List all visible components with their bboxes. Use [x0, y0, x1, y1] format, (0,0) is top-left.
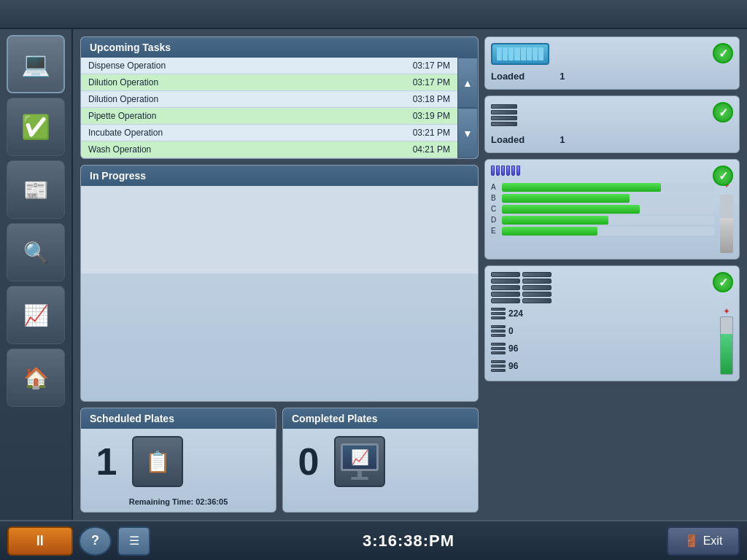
upcoming-tasks-panel: Upcoming Tasks Dispense Operation 03:17 …: [80, 36, 479, 159]
bar-row-b: [502, 194, 714, 203]
device4-count-3: 96: [508, 343, 518, 354]
rack-row: [491, 104, 517, 109]
scheduled-plates-content: 1 📋: [81, 429, 276, 494]
device4-icon-group: [491, 272, 551, 303]
bar-row-c: [502, 205, 714, 214]
device4-sub-item-2: 0: [491, 324, 523, 338]
device2-count: 1: [560, 134, 565, 145]
device1-status: Loaded 1: [491, 69, 733, 83]
sidebar-item-search[interactable]: 🔍: [7, 223, 65, 281]
bar-fill: [502, 205, 640, 214]
completed-icon-box[interactable]: 📈: [334, 436, 385, 487]
rack-row: [491, 122, 517, 126]
rack-row: [491, 308, 506, 311]
task-name: Incubate Operation: [88, 128, 163, 138]
clock-display: 3:16:38:PM: [363, 532, 454, 551]
bar-fill: [502, 194, 629, 203]
bar-label-b: B: [491, 194, 496, 203]
monitor-screen: 📈: [341, 443, 379, 471]
tasks-scroll: ▲ ▼: [457, 58, 478, 158]
sidebar-item-home[interactable]: 🏠: [7, 349, 65, 407]
content-area: Upcoming Tasks Dispense Operation 03:17 …: [73, 29, 747, 520]
monitor-icon: 📈: [339, 443, 380, 480]
right-panel: ✓: [484, 36, 740, 513]
device4-sub-item-3: 96: [491, 341, 523, 356]
sidebar-item-monitor[interactable]: 💻: [7, 35, 65, 93]
rack-row: [491, 351, 506, 354]
left-panel: Upcoming Tasks Dispense Operation 03:17 …: [80, 36, 479, 513]
device4-sub-item-1: 224: [491, 306, 523, 321]
task-time: 03:17 PM: [413, 61, 450, 71]
task-time: 03:18 PM: [413, 94, 450, 104]
sidebar-item-reports[interactable]: 📰: [7, 160, 65, 219]
device4-vertical-fill: [721, 334, 732, 374]
rack-row: [491, 279, 520, 284]
exit-button[interactable]: 🚪 Exit: [667, 526, 740, 556]
task-time: 03:21 PM: [413, 128, 450, 138]
rack-row: [491, 272, 520, 277]
in-progress-header: In Progress: [81, 166, 478, 186]
device4-count-2: 0: [508, 326, 514, 336]
tip: [496, 166, 500, 176]
bar-row-a: [502, 183, 714, 192]
completed-plates-header: Completed Plates: [283, 408, 478, 429]
completed-plates-panel: Completed Plates 0 📈: [282, 408, 479, 513]
bar-label-a: A: [491, 183, 496, 192]
device4-header: [491, 272, 733, 303]
device1-count: 1: [560, 71, 565, 82]
tips-icon: [491, 166, 520, 176]
device4-needle-area: ✦: [720, 306, 733, 375]
rack-row: [491, 298, 520, 303]
list-button[interactable]: ☰: [117, 526, 150, 556]
task-row: Dispense Operation 03:17 PM: [81, 58, 457, 74]
rack-row: [491, 285, 520, 290]
scheduled-icon-box[interactable]: 📋: [132, 436, 183, 487]
top-bar: [0, 0, 747, 29]
task-name: Wash Operation: [88, 144, 151, 155]
tip: [491, 166, 495, 176]
bar-label-c: C: [491, 205, 496, 214]
device3-bars-container: A B C D E ✦: [491, 180, 733, 253]
bars-area: [502, 183, 714, 236]
bar-fill: [502, 183, 661, 192]
help-icon: ?: [91, 533, 99, 548]
device4-count-4: 96: [508, 361, 518, 371]
sub-rack-icon-3: [491, 341, 506, 356]
tip: [511, 166, 515, 176]
task-name: Dispense Operation: [88, 61, 166, 71]
sidebar-item-tasks[interactable]: ✅: [7, 98, 65, 156]
device3-check-icon: ✓: [713, 166, 733, 186]
sub-rack-icon-2: [491, 324, 506, 338]
bar-row-e: [502, 227, 714, 236]
scroll-down-button[interactable]: ▼: [457, 108, 478, 158]
rack-row: [491, 316, 506, 319]
rack-row: [491, 343, 506, 346]
task-row: Wash Operation 04:21 PM: [81, 141, 457, 158]
device4-content: 224 0: [491, 306, 733, 375]
task-time: 03:19 PM: [413, 111, 450, 121]
help-button[interactable]: ?: [79, 526, 112, 556]
sub-rack-icon: [491, 306, 506, 321]
sub-rack-icon-4: [491, 359, 506, 373]
task-name: Dilution Operation: [88, 77, 158, 88]
monitor-base: [351, 477, 368, 480]
completed-plates-content: 0 📈: [283, 429, 478, 494]
scroll-up-button[interactable]: ▲: [457, 58, 478, 108]
bottom-bar: ⏸ ? ☰ 3:16:38:PM 🚪 Exit: [0, 520, 747, 560]
tip: [506, 166, 510, 176]
rack-row: [491, 292, 520, 297]
device2-header: [491, 102, 733, 128]
device4-vertical-bar: [720, 316, 733, 375]
device1-status-label: Loaded: [491, 71, 525, 82]
sidebar-item-charts[interactable]: 📈: [7, 286, 65, 344]
rack-row: [491, 325, 506, 328]
device4-box: ✓: [484, 265, 740, 381]
bottom-panels: Scheduled Plates 1 📋 Remaining Time: 02:…: [80, 408, 479, 513]
task-name: Pipette Operation: [88, 111, 156, 121]
pause-button[interactable]: ⏸: [7, 526, 73, 556]
device4-sub-item-4: 96: [491, 359, 523, 373]
rack-icon: [491, 102, 517, 128]
bottom-right: 🚪 Exit: [667, 526, 740, 556]
rack-row: [491, 347, 506, 350]
plate-icon: [491, 43, 549, 65]
